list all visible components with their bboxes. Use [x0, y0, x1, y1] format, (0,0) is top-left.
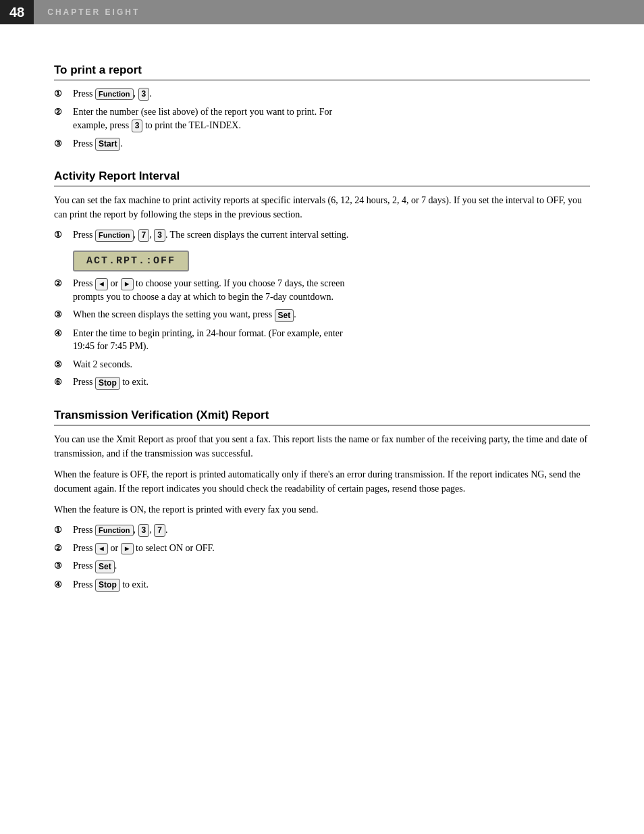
chapter-label: CHAPTER EIGHT [34, 7, 140, 17]
activity-step-6: ⑥ Press Stop to exit. [54, 375, 590, 389]
section-xmit: Transmission Verification (Xmit) Report … [54, 409, 590, 592]
print-step-1-num: ① [54, 87, 73, 100]
key-3: 3 [138, 88, 150, 101]
key-set-a3: Set [275, 309, 294, 322]
key-3b: 3 [132, 120, 143, 132]
print-step-3-content: Press Start. [73, 137, 590, 151]
key-right-x2: ► [121, 543, 134, 554]
key-stop-a6: Stop [95, 377, 120, 390]
xmit-para3: When the feature is ON, the report is pr… [54, 502, 590, 517]
key-7-a1: 7 [138, 229, 150, 242]
print-step-3-num: ③ [54, 137, 73, 150]
xmit-steps-list: ① Press Function, 3, 7. ② Press ◄ or ► t… [54, 523, 590, 592]
activity-step-6-num: ⑥ [54, 375, 73, 388]
activity-intro: You can set the fax machine to print act… [54, 193, 590, 221]
activity-step-5-num: ⑤ [54, 358, 73, 371]
xmit-step-1-content: Press Function, 3, 7. [73, 523, 590, 537]
xmit-step-2-num: ② [54, 542, 73, 554]
section-print: To print a report ① Press Function, 3. ②… [54, 63, 590, 151]
xmit-step-1: ① Press Function, 3, 7. [54, 523, 590, 537]
xmit-step-4-content: Press Stop to exit. [73, 578, 590, 592]
key-set-x3: Set [95, 561, 115, 573]
lcd-display: ACT.RPT.:OFF [73, 251, 189, 271]
activity-step-1: ① Press Function, 7, 3. The screen displ… [54, 228, 590, 242]
key-3-a1: 3 [154, 229, 165, 242]
xmit-step-1-num: ① [54, 523, 73, 536]
key-3-x1: 3 [138, 524, 150, 537]
key-function-a1: Function [95, 230, 133, 241]
activity-step-5-content: Wait 2 seconds. [73, 358, 590, 371]
print-step-2-num: ② [54, 105, 73, 118]
activity-step-2-num: ② [54, 277, 73, 290]
activity-step-4: ④ Enter the time to begin printing, in 2… [54, 327, 590, 353]
xmit-para2: When the feature is OFF, the report is p… [54, 467, 590, 496]
activity-step-3-num: ③ [54, 308, 73, 321]
key-function-x1: Function [95, 525, 133, 536]
activity-step-2-content: Press ◄ or ► to choose your setting. If … [73, 277, 590, 303]
main-content: To print a report ① Press Function, 3. ②… [0, 24, 644, 623]
key-7-x1: 7 [154, 524, 165, 537]
xmit-step-4: ④ Press Stop to exit. [54, 578, 590, 592]
activity-steps-list: ① Press Function, 7, 3. The screen displ… [54, 228, 590, 242]
activity-steps-list-2: ② Press ◄ or ► to choose your setting. I… [54, 277, 590, 389]
key-right-a2: ► [121, 278, 134, 290]
print-step-3: ③ Press Start. [54, 137, 590, 151]
activity-step-3-content: When the screen displays the setting you… [73, 308, 590, 321]
key-start: Start [95, 138, 120, 151]
activity-step-4-content: Enter the time to begin printing, in 24-… [73, 327, 590, 353]
activity-step-1-content: Press Function, 7, 3. The screen display… [73, 228, 590, 242]
xmit-step-3-content: Press Set. [73, 559, 590, 573]
xmit-step-3-num: ③ [54, 559, 73, 572]
xmit-step-2-content: Press ◄ or ► to select ON or OFF. [73, 542, 590, 555]
activity-step-3: ③ When the screen displays the setting y… [54, 308, 590, 321]
activity-step-6-content: Press Stop to exit. [73, 375, 590, 389]
key-stop-x4: Stop [95, 579, 120, 592]
section-xmit-title: Transmission Verification (Xmit) Report [54, 409, 590, 422]
xmit-step-4-num: ④ [54, 578, 73, 591]
print-step-2-content: Enter the number (see list above) of the… [73, 105, 590, 132]
print-step-1-content: Press Function, 3. [73, 87, 590, 101]
activity-step-5: ⑤ Wait 2 seconds. [54, 358, 590, 371]
key-left-a2: ◄ [95, 278, 108, 290]
activity-step-4-num: ④ [54, 327, 73, 340]
activity-step-2: ② Press ◄ or ► to choose your setting. I… [54, 277, 590, 303]
page-number: 48 [0, 0, 34, 24]
key-function: Function [95, 88, 133, 100]
section-activity: Activity Report Interval You can set the… [54, 170, 590, 389]
key-left-x2: ◄ [95, 543, 108, 554]
print-step-1: ① Press Function, 3. [54, 87, 590, 101]
header-bar: 48 CHAPTER EIGHT [0, 0, 644, 24]
activity-step-1-num: ① [54, 228, 73, 241]
section-activity-title: Activity Report Interval [54, 170, 590, 183]
xmit-step-3: ③ Press Set. [54, 559, 590, 573]
xmit-step-2: ② Press ◄ or ► to select ON or OFF. [54, 542, 590, 555]
print-steps-list: ① Press Function, 3. ② Enter the number … [54, 87, 590, 151]
section-print-title: To print a report [54, 63, 590, 77]
xmit-para1: You can use the Xmit Report as proof tha… [54, 432, 590, 461]
print-step-2: ② Enter the number (see list above) of t… [54, 105, 590, 132]
